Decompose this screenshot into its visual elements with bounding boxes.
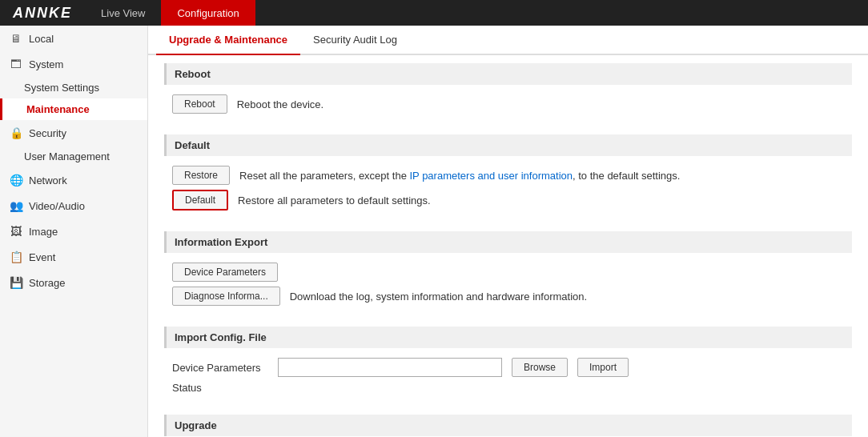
sidebar-label-network: Network	[29, 174, 67, 186]
sidebar-subitem-system-settings[interactable]: System Settings	[0, 77, 147, 98]
tab-upgrade-maintenance[interactable]: Upgrade & Maintenance	[156, 26, 300, 55]
logo-text: ANNKE	[13, 5, 72, 22]
monitor-icon: 🖥	[10, 32, 22, 45]
tabs-bar: Upgrade & Maintenance Security Audit Log	[148, 26, 868, 55]
reboot-description: Reboot the device.	[237, 98, 323, 110]
section-body-info-export: Device Parameters Diagnose Informa... Do…	[164, 259, 852, 317]
content-area: Reboot Reboot Reboot the device. Default…	[148, 55, 868, 437]
sidebar-label-system: System	[29, 58, 63, 70]
device-params-row: Device Parameters	[172, 263, 844, 282]
section-header-info-export: Information Export	[164, 231, 852, 253]
system-icon: 🗔	[10, 58, 22, 70]
section-header-reboot: Reboot	[164, 63, 852, 85]
sidebar-label-local: Local	[29, 33, 54, 45]
sidebar-label-image: Image	[29, 226, 58, 238]
section-info-export: Information Export Device Parameters Dia…	[164, 231, 852, 317]
video-icon: 👥	[10, 199, 22, 212]
sidebar-label-security: Security	[29, 127, 66, 139]
sidebar-subitem-user-management[interactable]: User Management	[0, 146, 147, 167]
import-status-label: Status	[172, 382, 202, 394]
layout: 🖥 Local 🗔 System System Settings Mainten…	[0, 26, 868, 437]
sidebar-label-maintenance: Maintenance	[26, 103, 90, 115]
network-icon: 🌐	[10, 174, 22, 186]
diagnose-row: Diagnose Informa... Download the log, sy…	[172, 287, 844, 306]
diagnose-description: Download the log, system information and…	[290, 291, 587, 303]
section-upgrade: Upgrade Firmware Browse Upgrade Status	[164, 415, 852, 437]
logo: ANNKE	[0, 0, 85, 26]
import-device-params-row: Device Parameters Browse Import	[172, 358, 844, 377]
sidebar-item-event[interactable]: 📋 Event	[0, 244, 147, 270]
sidebar-label-video-audio: Video/Audio	[29, 200, 85, 212]
restore-row: Restore Reset all the parameters, except…	[172, 166, 844, 185]
nav-live-view[interactable]: Live View	[85, 0, 161, 26]
default-description: Restore all parameters to default settin…	[238, 194, 431, 206]
import-file-input[interactable]	[278, 358, 502, 377]
tab-security-audit-log[interactable]: Security Audit Log	[300, 26, 410, 55]
sidebar-label-storage: Storage	[29, 277, 66, 289]
import-browse-button[interactable]: Browse	[512, 358, 568, 377]
sidebar-subitem-maintenance[interactable]: Maintenance	[0, 98, 147, 120]
sidebar-item-security[interactable]: 🔒 Security	[0, 120, 147, 146]
sidebar-item-storage[interactable]: 💾 Storage	[0, 270, 147, 295]
section-header-default: Default	[164, 134, 852, 156]
sidebar-item-video-audio[interactable]: 👥 Video/Audio	[0, 193, 147, 218]
default-row: Default Restore all parameters to defaul…	[172, 190, 844, 210]
section-reboot: Reboot Reboot Reboot the device.	[164, 63, 852, 125]
restore-button[interactable]: Restore	[172, 166, 230, 185]
sidebar-item-network[interactable]: 🌐 Network	[0, 167, 147, 193]
sidebar-label-event: Event	[29, 251, 55, 263]
sidebar-item-system[interactable]: 🗔 System	[0, 51, 147, 77]
import-status-row: Status	[172, 382, 844, 394]
section-import-config: Import Config. File Device Parameters Br…	[164, 327, 852, 405]
nav-configuration[interactable]: Configuration	[161, 0, 255, 26]
import-button[interactable]: Import	[577, 358, 629, 377]
sidebar-item-image[interactable]: 🖼 Image	[0, 218, 147, 244]
section-header-upgrade: Upgrade	[164, 415, 852, 436]
header-nav: Live View Configuration	[85, 0, 255, 26]
device-parameters-button[interactable]: Device Parameters	[172, 263, 278, 282]
sidebar-label-user-management: User Management	[24, 150, 110, 162]
image-icon: 🖼	[10, 225, 22, 238]
main-content: Upgrade & Maintenance Security Audit Log…	[148, 26, 868, 437]
diagnose-button[interactable]: Diagnose Informa...	[172, 287, 280, 306]
section-body-import-config: Device Parameters Browse Import Status	[164, 355, 852, 405]
restore-description: Reset all the parameters, except the IP …	[239, 170, 680, 182]
sidebar-label-system-settings: System Settings	[24, 82, 99, 94]
reboot-row: Reboot Reboot the device.	[172, 94, 844, 114]
section-body-default: Restore Reset all the parameters, except…	[164, 162, 852, 222]
section-default: Default Restore Reset all the parameters…	[164, 134, 852, 222]
import-label: Device Parameters	[172, 362, 268, 374]
section-header-import-config: Import Config. File	[164, 327, 852, 348]
default-button[interactable]: Default	[172, 190, 228, 210]
reboot-button[interactable]: Reboot	[172, 94, 227, 114]
header: ANNKE Live View Configuration	[0, 0, 868, 26]
event-icon: 📋	[10, 251, 22, 263]
sidebar: 🖥 Local 🗔 System System Settings Mainten…	[0, 26, 148, 437]
sidebar-item-local[interactable]: 🖥 Local	[0, 26, 147, 51]
section-body-reboot: Reboot Reboot the device.	[164, 91, 852, 125]
security-icon: 🔒	[10, 126, 22, 139]
restore-highlight: IP parameters and user information	[409, 170, 573, 182]
storage-icon: 💾	[10, 276, 22, 289]
